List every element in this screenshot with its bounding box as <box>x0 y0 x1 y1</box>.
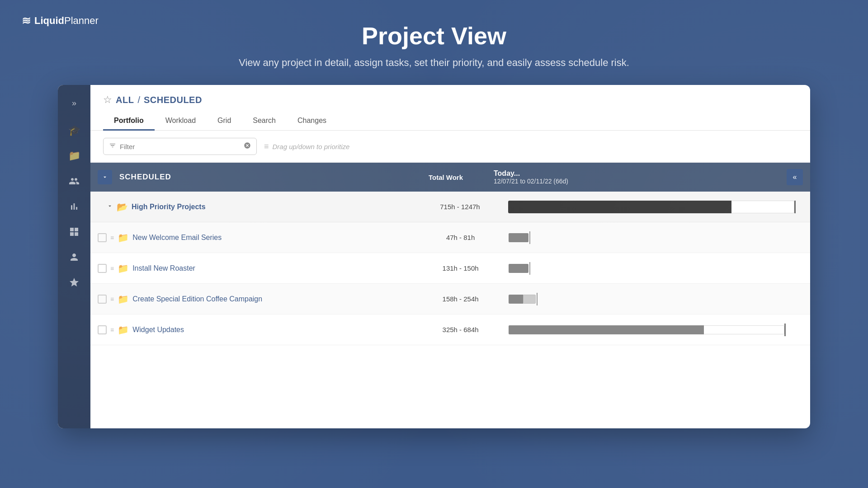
project-name-label[interactable]: New Welcome Email Series <box>132 234 420 242</box>
tabs-bar: Portfolio Workload Grid Search Changes <box>90 111 810 131</box>
drag-handle-icon[interactable]: ≡ <box>110 234 114 241</box>
sidebar-item-favorites[interactable] <box>63 272 85 293</box>
sidebar-item-files[interactable]: 📁 <box>63 145 85 167</box>
logo-waves-icon: ≋ <box>22 14 31 27</box>
row-checkbox[interactable] <box>98 264 107 273</box>
main-container: » 🎓 📁 <box>58 85 810 428</box>
sidebar: » 🎓 📁 <box>58 85 90 428</box>
sidebar-item-grid[interactable] <box>63 221 85 243</box>
project-hours-label: 325h - 684h <box>420 326 501 333</box>
project-gantt-bar <box>501 324 803 336</box>
project-gantt-bar <box>501 262 803 275</box>
project-table: SCHEDULED Total Work Today... 12/07/21 t… <box>90 163 810 428</box>
date-range-label: 12/07/21 to 02/11/22 (66d) <box>494 178 779 185</box>
project-folder-icon: 📁 <box>118 232 129 243</box>
project-hours-label: 47h - 81h <box>420 234 501 241</box>
group-row-high-priority: 📂 High Priority Projects 715h - 1247h <box>90 192 810 222</box>
filter-bar: ≡ Drag up/down to prioritize <box>90 131 810 163</box>
group-expand-icon[interactable] <box>107 203 113 211</box>
today-label: Today... <box>494 169 779 178</box>
project-gantt-bar <box>501 293 803 305</box>
table-row: ≡ 📁 Widget Updates 325h - 684h <box>90 314 810 345</box>
collapse-timeline-button[interactable]: « <box>787 169 803 185</box>
logo: ≋ LiquidPlanner <box>22 14 99 27</box>
filter-input-wrapper <box>103 138 257 155</box>
project-hours-label: 158h - 254h <box>420 295 501 303</box>
project-folder-icon: 📁 <box>118 263 129 274</box>
table-row: ≡ 📁 Create Special Edition Coffee Campai… <box>90 284 810 314</box>
group-hours-label: 715h - 1247h <box>420 203 501 211</box>
tab-search[interactable]: Search <box>242 111 287 130</box>
row-checkbox[interactable] <box>98 325 107 334</box>
breadcrumb-all[interactable]: ALL <box>116 95 134 105</box>
total-work-header: Total Work <box>405 174 486 181</box>
sidebar-item-analytics[interactable] <box>63 196 85 217</box>
project-folder-icon: 📁 <box>118 324 129 335</box>
sidebar-item-people[interactable] <box>63 170 85 192</box>
drag-icon: ≡ <box>264 142 269 151</box>
favorite-star-icon[interactable]: ☆ <box>103 94 112 106</box>
project-name-label[interactable]: Install New Roaster <box>132 264 420 272</box>
project-gantt-bar <box>501 231 803 244</box>
sidebar-item-learn[interactable]: 🎓 <box>63 120 85 141</box>
tab-grid[interactable]: Grid <box>207 111 242 130</box>
filter-icon <box>109 142 116 151</box>
tab-workload[interactable]: Workload <box>155 111 207 130</box>
project-folder-icon: 📁 <box>118 294 129 305</box>
group-name-label[interactable]: High Priority Projects <box>132 203 420 211</box>
project-hours-label: 131h - 150h <box>420 264 501 272</box>
drag-handle-icon[interactable]: ≡ <box>110 326 114 333</box>
page-subtitle: View any project in detail, assign tasks… <box>0 57 868 69</box>
group-gantt-bar <box>501 201 803 213</box>
hero-section: Project View View any project in detail,… <box>0 0 868 85</box>
row-checkbox[interactable] <box>98 295 107 304</box>
drag-hint: ≡ Drag up/down to prioritize <box>264 142 349 151</box>
project-name-label[interactable]: Create Special Edition Coffee Campaign <box>132 295 420 303</box>
table-header-row: SCHEDULED Total Work Today... 12/07/21 t… <box>90 163 810 192</box>
breadcrumb-separator: / <box>137 95 140 105</box>
sidebar-collapse-button[interactable]: » <box>67 94 81 113</box>
drag-handle-icon[interactable]: ≡ <box>110 296 114 303</box>
page-title: Project View <box>0 22 868 50</box>
sidebar-item-profile[interactable] <box>63 246 85 268</box>
tab-portfolio[interactable]: Portfolio <box>103 111 155 130</box>
timeline-header: Today... 12/07/21 to 02/11/22 (66d) <box>486 169 787 185</box>
group-folder-icon: 📂 <box>117 202 128 212</box>
filter-input[interactable] <box>120 143 240 150</box>
section-toggle-button[interactable] <box>98 170 112 184</box>
table-row: ≡ 📁 New Welcome Email Series 47h - 81h <box>90 222 810 253</box>
logo-text: LiquidPlanner <box>34 15 99 27</box>
section-name-label: SCHEDULED <box>112 173 405 182</box>
tab-changes[interactable]: Changes <box>287 111 337 130</box>
filter-clear-icon[interactable] <box>244 142 251 151</box>
content-area: ☆ ALL / SCHEDULED Portfolio Workload Gri… <box>90 85 810 428</box>
row-checkbox[interactable] <box>98 233 107 242</box>
table-row: ≡ 📁 Install New Roaster 131h - 150h <box>90 253 810 284</box>
breadcrumb-scheduled[interactable]: SCHEDULED <box>144 95 202 105</box>
breadcrumb: ☆ ALL / SCHEDULED <box>90 85 810 106</box>
project-name-label[interactable]: Widget Updates <box>132 326 420 334</box>
drag-handle-icon[interactable]: ≡ <box>110 265 114 272</box>
